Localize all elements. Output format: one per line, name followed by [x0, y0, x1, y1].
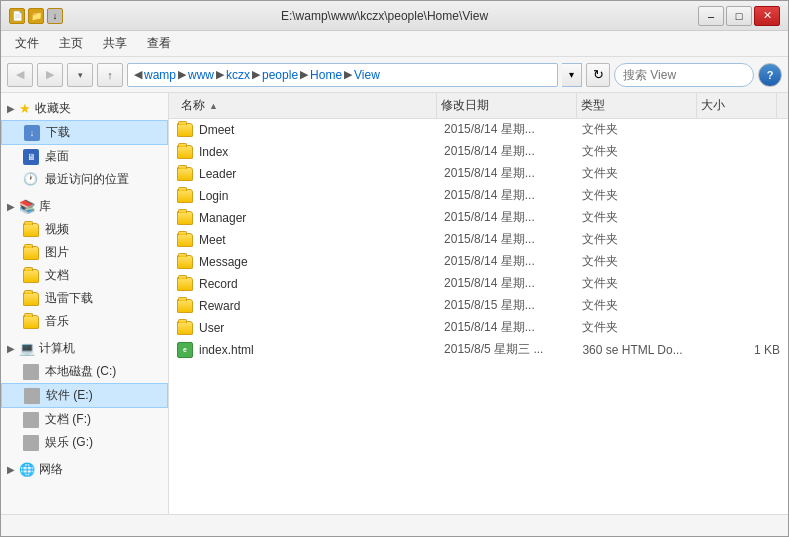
search-bar: 🔍 [614, 63, 754, 87]
file-date: 2015/8/14 星期... [444, 275, 582, 292]
computer-icon: 💻 [19, 341, 35, 356]
sidebar-item-video[interactable]: 视频 [1, 218, 168, 241]
sidebar-item-desktop[interactable]: 🖥 桌面 [1, 145, 168, 168]
breadcrumb-wamp[interactable]: wamp [144, 68, 176, 82]
breadcrumb-people[interactable]: people [262, 68, 298, 82]
sidebar-group-computer[interactable]: ▶ 💻 计算机 [1, 337, 168, 360]
back-button[interactable]: ◀ [7, 63, 33, 87]
address-bar[interactable]: ◀ wamp ▶ www ▶ kczx ▶ people ▶ Home ▶ Vi… [127, 63, 558, 87]
file-type: 文件夹 [582, 121, 701, 138]
close-button[interactable]: ✕ [754, 6, 780, 26]
sidebar-group-favorites[interactable]: ▶ ★ 收藏夹 [1, 97, 168, 120]
titlebar: 📄 📁 ↓ E:\wamp\www\kczx\people\Home\View … [1, 1, 788, 31]
favorites-star-icon: ★ [19, 101, 31, 116]
menu-home[interactable]: 主页 [49, 32, 93, 55]
table-row[interactable]: User 2015/8/14 星期... 文件夹 [169, 317, 788, 339]
up-button[interactable]: ↑ [97, 63, 123, 87]
file-name: Login [199, 189, 444, 203]
file-size: 1 KB [701, 343, 780, 357]
folder-icon [177, 189, 193, 203]
folder-icon [177, 167, 193, 181]
file-type: 文件夹 [582, 231, 701, 248]
sidebar-item-drive-c[interactable]: 本地磁盘 (C:) [1, 360, 168, 383]
sidebar-item-document[interactable]: 文档 [1, 264, 168, 287]
table-row[interactable]: Login 2015/8/14 星期... 文件夹 [169, 185, 788, 207]
table-row[interactable]: Reward 2015/8/15 星期... 文件夹 [169, 295, 788, 317]
help-button[interactable]: ? [758, 63, 782, 87]
dropdown-arrow[interactable]: ▾ [67, 63, 93, 87]
breadcrumb-home[interactable]: Home [310, 68, 342, 82]
breadcrumb-separator-0: ◀ [134, 68, 142, 81]
library-chevron: ▶ [7, 201, 15, 212]
file-name: Message [199, 255, 444, 269]
col-sort-arrow: ▲ [209, 101, 218, 111]
sidebar-item-recent[interactable]: 🕐 最近访问的位置 [1, 168, 168, 191]
file-date: 2015/8/14 星期... [444, 143, 582, 160]
menu-share[interactable]: 共享 [93, 32, 137, 55]
col-header-date[interactable]: 修改日期 [437, 93, 577, 118]
maximize-button[interactable]: □ [726, 6, 752, 26]
address-dropdown-btn[interactable]: ▾ [562, 63, 582, 87]
table-row[interactable]: e index.html 2015/8/5 星期三 ... 360 se HTM… [169, 339, 788, 361]
table-row[interactable]: Dmeet 2015/8/14 星期... 文件夹 [169, 119, 788, 141]
sidebar-group-network[interactable]: ▶ 🌐 网络 [1, 458, 168, 481]
file-date: 2015/8/14 星期... [444, 231, 582, 248]
file-date: 2015/8/14 星期... [444, 165, 582, 182]
sidebar-item-thunder[interactable]: 迅雷下载 [1, 287, 168, 310]
thunder-label: 迅雷下载 [45, 290, 93, 307]
desktop-icon: 🖥 [23, 149, 39, 165]
col-header-size[interactable]: 大小 [697, 93, 777, 118]
recent-label: 最近访问的位置 [45, 171, 129, 188]
sidebar-item-drive-g[interactable]: 娱乐 (G:) [1, 431, 168, 454]
minimize-button[interactable]: – [698, 6, 724, 26]
sidebar-item-drive-e[interactable]: 软件 (E:) [1, 383, 168, 408]
refresh-button[interactable]: ↻ [586, 63, 610, 87]
sidebar-item-drive-f[interactable]: 文档 (F:) [1, 408, 168, 431]
html-file-icon: e [177, 342, 193, 358]
forward-button[interactable]: ▶ [37, 63, 63, 87]
file-type: 文件夹 [582, 275, 701, 292]
table-row[interactable]: Meet 2015/8/14 星期... 文件夹 [169, 229, 788, 251]
col-header-name[interactable]: 名称 ▲ [177, 93, 437, 118]
search-input[interactable] [615, 68, 754, 82]
file-name: Dmeet [199, 123, 444, 137]
library-icon: 📚 [19, 199, 35, 214]
folder-icon [177, 145, 193, 159]
file-name: User [199, 321, 444, 335]
file-date: 2015/8/14 星期... [444, 121, 582, 138]
file-name: Meet [199, 233, 444, 247]
file-date: 2015/8/14 星期... [444, 209, 582, 226]
table-row[interactable]: Leader 2015/8/14 星期... 文件夹 [169, 163, 788, 185]
computer-chevron: ▶ [7, 343, 15, 354]
network-label: 网络 [39, 461, 63, 478]
table-row[interactable]: Record 2015/8/14 星期... 文件夹 [169, 273, 788, 295]
col-date-label: 修改日期 [441, 97, 489, 114]
drive-g-label: 娱乐 (G:) [45, 434, 93, 451]
app-icon-2: 📁 [28, 8, 44, 24]
table-row[interactable]: Index 2015/8/14 星期... 文件夹 [169, 141, 788, 163]
menu-view[interactable]: 查看 [137, 32, 181, 55]
file-name: Record [199, 277, 444, 291]
drive-c-icon [23, 364, 39, 380]
sidebar-section-network: ▶ 🌐 网络 [1, 458, 168, 481]
folder-icon [177, 211, 193, 225]
sidebar-group-library[interactable]: ▶ 📚 库 [1, 195, 168, 218]
col-name-label: 名称 [181, 97, 205, 114]
app-icon-3: ↓ [47, 8, 63, 24]
sidebar-item-music[interactable]: 音乐 [1, 310, 168, 333]
sidebar-item-downloads[interactable]: ↓ 下载 [1, 120, 168, 145]
file-type: 文件夹 [582, 253, 701, 270]
table-row[interactable]: Manager 2015/8/14 星期... 文件夹 [169, 207, 788, 229]
breadcrumb-www[interactable]: www [188, 68, 214, 82]
picture-label: 图片 [45, 244, 69, 261]
network-chevron: ▶ [7, 464, 15, 475]
breadcrumb-view[interactable]: View [354, 68, 380, 82]
breadcrumb-kczx[interactable]: kczx [226, 68, 250, 82]
folder-icon [177, 299, 193, 313]
col-header-type[interactable]: 类型 [577, 93, 697, 118]
desktop-label: 桌面 [45, 148, 69, 165]
table-row[interactable]: Message 2015/8/14 星期... 文件夹 [169, 251, 788, 273]
menu-file[interactable]: 文件 [5, 32, 49, 55]
file-type: 文件夹 [582, 209, 701, 226]
sidebar-item-picture[interactable]: 图片 [1, 241, 168, 264]
